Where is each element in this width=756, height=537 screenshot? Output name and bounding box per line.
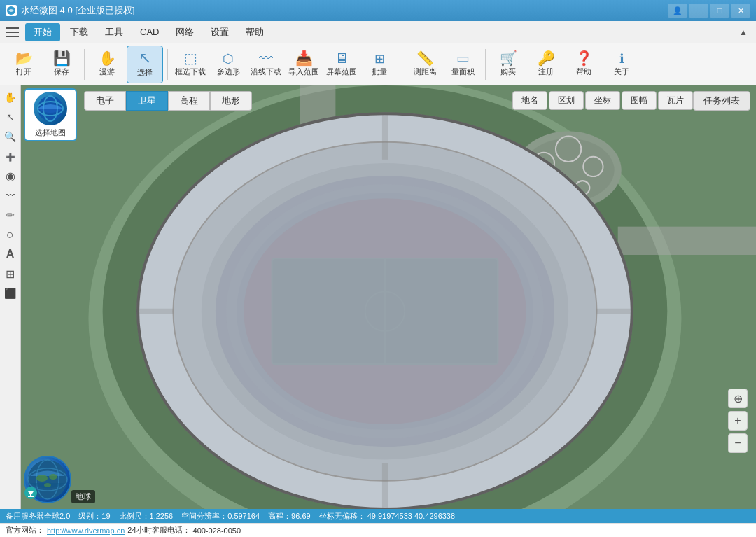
sep4	[485, 49, 486, 80]
tab-terrain[interactable]: 地形	[210, 91, 252, 111]
screen-range-label: 屏幕范围	[326, 67, 357, 77]
select-label: 选择	[137, 67, 153, 78]
polygon-btn[interactable]: 多边形	[210, 46, 246, 83]
sidebar-select[interactable]	[1, 108, 20, 126]
menu-settings[interactable]: 设置	[202, 22, 237, 42]
sidebar-draw[interactable]	[1, 206, 20, 224]
line-download-icon	[259, 51, 273, 65]
map-type-tabs: 电子 卫星 高程 地形	[84, 91, 252, 111]
line-download-btn[interactable]: 沿线下载	[248, 46, 284, 83]
open-btn[interactable]: 打开	[6, 46, 42, 83]
sidebar-text[interactable]	[1, 245, 20, 263]
level-info: 级别：19	[78, 511, 110, 522]
sidebar-circle[interactable]	[1, 225, 20, 244]
roam-label: 漫游	[99, 67, 115, 77]
map-area[interactable]: 选择地图 电子 卫星 高程 地形 地名 区划 坐标 图幅 瓦片 任务列表 ⊕ +…	[21, 85, 756, 509]
import-range-btn[interactable]: 导入范围	[286, 46, 322, 83]
register-btn[interactable]: 注册	[528, 46, 564, 83]
menu-toggle-btn[interactable]	[3, 22, 22, 42]
tab-sheet[interactable]: 图幅	[622, 91, 657, 110]
task-list-btn[interactable]: 任务列表	[693, 91, 750, 111]
menu-help[interactable]: 帮助	[237, 22, 272, 42]
menu-tools[interactable]: 工具	[97, 22, 132, 42]
measure-area-icon	[456, 51, 470, 65]
measure-dist-btn[interactable]: 测距离	[407, 46, 443, 83]
select-btn[interactable]: 选择	[127, 46, 163, 83]
svg-point-39	[49, 474, 57, 480]
screen-range-btn[interactable]: 屏幕范围	[323, 46, 360, 83]
zoom-icon	[4, 131, 16, 142]
user-btn[interactable]: 👤	[668, 4, 687, 18]
window-controls: 👤 ─ □ ✕	[668, 4, 750, 18]
resolution-info: 空间分辨率：0.597164	[181, 511, 260, 522]
batch-btn[interactable]: 批量	[361, 46, 398, 83]
box-download-icon	[184, 51, 197, 65]
sep2	[167, 49, 168, 80]
measure-dist-icon	[416, 51, 434, 65]
buy-btn[interactable]: 购买	[490, 46, 526, 83]
download-btn[interactable]	[24, 486, 38, 502]
box-download-btn[interactable]: 框选下载	[172, 46, 209, 83]
website-link[interactable]: http://www.rivermap.cn	[47, 526, 125, 535]
close-btn[interactable]: ✕	[731, 4, 750, 18]
zoom-reset-btn[interactable]: ⊕	[728, 389, 748, 408]
about-btn[interactable]: 关于	[603, 46, 640, 83]
sidebar-pan[interactable]	[1, 88, 20, 106]
measure-dist-label: 测距离	[414, 67, 437, 77]
map-logo	[34, 92, 67, 125]
sidebar-layer[interactable]	[1, 284, 20, 302]
zoom-out-btn[interactable]: −	[728, 433, 748, 453]
zoom-in-btn[interactable]: +	[728, 411, 748, 431]
sidebar	[0, 85, 21, 509]
menu-download[interactable]: 下载	[62, 22, 97, 42]
menu-bar: 开始 下载 工具 CAD 网络 设置 帮助 ▲	[0, 21, 756, 43]
about-label: 关于	[614, 67, 629, 77]
sidebar-nav[interactable]	[1, 167, 20, 185]
zoom-controls: ⊕ + −	[728, 389, 748, 453]
tab-electronic[interactable]: 电子	[84, 91, 126, 111]
toolbar: 打开 保存 漫游 选择 框选下载 多边形 沿线下载 导入范围 屏幕范围 批量 测…	[0, 43, 756, 85]
map-overlay-tabs: 地名 区划 坐标 图幅 瓦片	[512, 91, 693, 110]
wave-icon	[6, 190, 15, 201]
tab-placename[interactable]: 地名	[512, 91, 547, 110]
stadium-overlay	[21, 85, 756, 509]
select-icon-side	[6, 111, 15, 123]
tab-elevation[interactable]: 高程	[168, 91, 210, 111]
import-range-icon	[295, 51, 313, 65]
tab-satellite[interactable]: 卫星	[126, 91, 168, 111]
open-label: 打开	[16, 67, 31, 77]
sidebar-grid[interactable]	[1, 265, 20, 283]
svg-rect-13	[618, 227, 756, 255]
status-bar: 备用服务器全球2.0 级别：19 比例尺：1:2256 空间分辨率：0.5971…	[0, 509, 756, 523]
status-bar-2: 官方网站： http://www.rivermap.cn 24小时客服电话： 4…	[0, 523, 756, 537]
tab-coordinate[interactable]: 坐标	[585, 91, 620, 110]
tab-tile[interactable]: 瓦片	[658, 91, 693, 110]
globe-label: 地球	[71, 490, 95, 503]
about-icon	[620, 51, 624, 65]
roam-btn[interactable]: 漫游	[89, 46, 125, 83]
sidebar-zoom[interactable]	[1, 127, 20, 146]
sep3	[402, 49, 402, 80]
app-title: 水经微图 4.0 [企业版已授权]	[21, 4, 135, 17]
register-icon	[538, 51, 555, 65]
measure-area-btn[interactable]: 量面积	[444, 46, 481, 83]
save-btn[interactable]: 保存	[43, 46, 80, 83]
import-range-label: 导入范围	[288, 67, 319, 77]
sidebar-wave[interactable]	[1, 186, 20, 204]
menu-expand-btn[interactable]: ▲	[734, 22, 753, 42]
svg-rect-43	[30, 491, 31, 496]
tab-division[interactable]: 区划	[549, 91, 584, 110]
minimize-btn[interactable]: ─	[689, 4, 708, 18]
menu-cad[interactable]: CAD	[132, 22, 167, 42]
scale-info: 比例尺：1:2256	[119, 511, 174, 522]
maximize-btn[interactable]: □	[710, 4, 729, 18]
draw-icon	[6, 209, 15, 221]
help-btn[interactable]: 帮助	[566, 46, 602, 83]
sidebar-zoomin[interactable]	[1, 147, 20, 165]
main-area: 选择地图 电子 卫星 高程 地形 地名 区划 坐标 图幅 瓦片 任务列表 ⊕ +…	[0, 85, 756, 509]
elevation-info: 高程：96.69	[268, 511, 311, 522]
menu-network[interactable]: 网络	[167, 22, 202, 42]
box-download-label: 框选下载	[175, 67, 206, 77]
menu-start[interactable]: 开始	[25, 23, 60, 41]
map-selector[interactable]: 选择地图	[24, 88, 77, 141]
